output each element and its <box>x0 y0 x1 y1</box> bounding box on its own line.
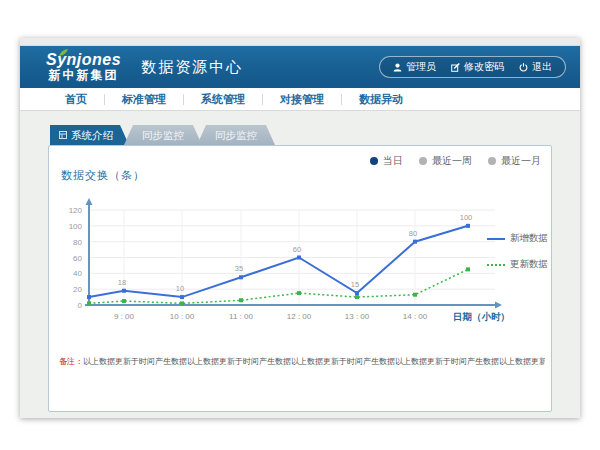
tab-label: 同步监控 <box>142 125 184 145</box>
current-user-button[interactable]: 管理员 <box>393 60 436 74</box>
legend-item-updated-data[interactable]: 更新数据 <box>487 258 548 271</box>
tab-bar: 系统介绍 同步监控 同步监控 <box>50 125 552 145</box>
radio-last-month[interactable]: 最近一月 <box>488 154 541 168</box>
svg-text:13 : 00: 13 : 00 <box>345 312 370 321</box>
legend-item-new-data[interactable]: 新增数据 <box>487 232 548 245</box>
tab-sync-monitor-2[interactable]: 同步监控 <box>197 125 275 145</box>
svg-text:日期（小时）: 日期（小时） <box>453 311 510 323</box>
svg-text:35: 35 <box>235 264 243 273</box>
radio-label: 最近一月 <box>501 154 541 168</box>
company-logo: Synjones 新中新集团 <box>46 52 121 81</box>
app-header: Synjones 新中新集团 数据资源中心 管理员 <box>20 46 580 88</box>
browser-page: Synjones 新中新集团 数据资源中心 管理员 <box>20 38 580 418</box>
radio-dot <box>370 157 378 165</box>
footnote: 备注：以上数据更新于时间产生数据以上数据更新于时间产生数据以上数据更新于时间产生… <box>59 356 545 367</box>
brand-name-en: Synjones <box>46 52 121 69</box>
svg-text:18: 18 <box>118 278 126 287</box>
chart-panel: 当日 最近一周 最近一月 数据交换（条） 0204060801001209 : … <box>48 145 552 412</box>
y-axis-title: 数据交换（条） <box>61 168 145 183</box>
svg-text:60: 60 <box>293 245 301 254</box>
radio-label: 最近一周 <box>432 154 472 168</box>
footnote-text: 以上数据更新于时间产生数据以上数据更新于时间产生数据以上数据更新于时间产生数据以… <box>83 357 545 366</box>
radio-today[interactable]: 当日 <box>370 154 403 168</box>
radio-dot <box>488 157 496 165</box>
svg-text:40: 40 <box>73 269 82 278</box>
power-icon <box>519 63 528 72</box>
user-icon <box>393 63 402 72</box>
leaf-icon <box>59 49 69 57</box>
grid-icon <box>59 131 67 139</box>
content-area: 系统介绍 同步监控 同步监控 当日 最近一周 <box>20 111 580 412</box>
legend-label: 新增数据 <box>510 232 548 245</box>
radio-dot <box>419 157 427 165</box>
nav-item-system-mgmt[interactable]: 系统管理 <box>184 92 262 107</box>
screenshot-stage: Synjones 新中新集团 数据资源中心 管理员 <box>0 0 600 450</box>
svg-text:15: 15 <box>351 280 359 289</box>
exchange-line-chart: 0204060801001209 : 0010 : 0011 : 0012 : … <box>57 188 512 326</box>
logout-label: 退出 <box>532 60 552 74</box>
svg-text:20: 20 <box>73 285 82 294</box>
svg-text:120: 120 <box>69 206 83 215</box>
svg-text:100: 100 <box>460 213 473 222</box>
tab-label: 同步监控 <box>215 125 257 145</box>
svg-text:100: 100 <box>69 222 83 231</box>
user-toolbar: 管理员 修改密码 退出 <box>379 56 566 78</box>
legend-line-swatch <box>487 238 505 240</box>
svg-text:12 : 00: 12 : 00 <box>287 312 312 321</box>
change-password-button[interactable]: 修改密码 <box>451 60 504 74</box>
change-password-label: 修改密码 <box>464 60 504 74</box>
nav-item-interface-mgmt[interactable]: 对接管理 <box>263 92 341 107</box>
nav-item-data-change[interactable]: 数据异动 <box>342 92 420 107</box>
tab-sync-monitor-1[interactable]: 同步监控 <box>124 125 202 145</box>
brand-name-cn: 新中新集团 <box>49 69 119 82</box>
page-top-strip <box>20 38 580 46</box>
main-nav: 首页 标准管理 系统管理 对接管理 数据异动 <box>20 88 580 111</box>
edit-icon <box>451 63 460 72</box>
svg-text:80: 80 <box>73 238 82 247</box>
time-range-filter: 当日 最近一周 最近一月 <box>370 154 541 168</box>
chart-legend: 新增数据 更新数据 <box>487 232 548 271</box>
svg-text:11 : 00: 11 : 00 <box>229 312 253 321</box>
legend-line-swatch <box>487 264 505 266</box>
svg-text:10 : 00: 10 : 00 <box>170 312 195 321</box>
svg-text:60: 60 <box>73 254 82 263</box>
tab-system-intro[interactable]: 系统介绍 <box>50 125 129 145</box>
footnote-label: 备注： <box>59 357 83 366</box>
nav-item-home[interactable]: 首页 <box>48 92 104 107</box>
svg-text:14 : 00: 14 : 00 <box>403 312 428 321</box>
app-title: 数据资源中心 <box>141 58 243 77</box>
current-user-label: 管理员 <box>406 60 436 74</box>
legend-label: 更新数据 <box>510 258 548 271</box>
svg-text:10: 10 <box>176 284 184 293</box>
svg-text:0: 0 <box>78 301 83 310</box>
logout-button[interactable]: 退出 <box>519 60 552 74</box>
nav-item-standard-mgmt[interactable]: 标准管理 <box>105 92 183 107</box>
radio-label: 当日 <box>383 154 403 168</box>
radio-last-week[interactable]: 最近一周 <box>419 154 472 168</box>
svg-text:80: 80 <box>409 229 417 238</box>
tab-label: 系统介绍 <box>71 125 113 145</box>
svg-text:9 : 00: 9 : 00 <box>114 312 135 321</box>
